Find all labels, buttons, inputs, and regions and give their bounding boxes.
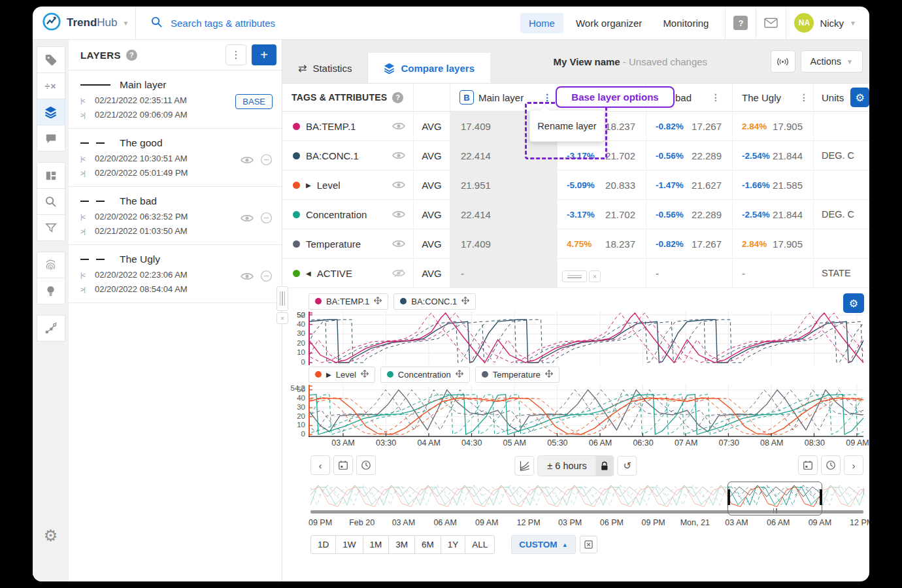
settings-gear-icon[interactable]: ⚙ bbox=[44, 527, 58, 545]
statistic-cell[interactable]: AVG bbox=[413, 141, 450, 170]
table-resize-grip[interactable]: × bbox=[562, 270, 601, 282]
move-icon[interactable] bbox=[361, 370, 369, 380]
rail-button-dashboard[interactable] bbox=[37, 162, 65, 189]
layer-item-the-bad[interactable]: The bad|<02/20/2022 06:32:52 PM>|02/21/2… bbox=[69, 187, 282, 245]
eye-icon[interactable] bbox=[392, 210, 405, 219]
rail-button-formulas[interactable]: ÷× bbox=[37, 73, 65, 99]
eye-icon[interactable] bbox=[392, 151, 405, 160]
layer-item-the-ugly[interactable]: The Ugly|<02/20/2022 02:23:06 AM>|02/20/… bbox=[69, 245, 282, 303]
rail-button-comment[interactable] bbox=[37, 125, 65, 152]
move-icon[interactable] bbox=[545, 370, 553, 380]
rail-button-layers[interactable] bbox=[37, 99, 65, 125]
chart1-canvas[interactable] bbox=[309, 312, 863, 365]
vertical-grip-icon[interactable] bbox=[276, 286, 288, 311]
zoom-preset-6m[interactable]: 6M bbox=[414, 535, 441, 554]
statistic-cell[interactable]: AVG bbox=[413, 112, 450, 140]
start-date-picker-button[interactable] bbox=[333, 455, 353, 475]
layers-menu-button[interactable]: ⋮ bbox=[226, 44, 246, 65]
nav-item-work-organizer[interactable]: Work organizer bbox=[567, 13, 650, 33]
user-menu[interactable]: NA Nicky ▼ bbox=[794, 13, 856, 33]
lock-icon[interactable] bbox=[596, 456, 614, 476]
panel-resize-grip[interactable]: × bbox=[276, 286, 288, 324]
zoom-preset-1w[interactable]: 1W bbox=[335, 535, 363, 554]
eye-icon[interactable] bbox=[241, 155, 254, 167]
search-input[interactable] bbox=[169, 17, 381, 29]
statistic-cell[interactable]: AVG bbox=[413, 171, 450, 199]
selection-grip[interactable] bbox=[773, 508, 777, 514]
close-split-icon[interactable]: × bbox=[589, 270, 601, 282]
tab-statistics[interactable]: ⇄ Statistics bbox=[282, 53, 367, 83]
time-range-control[interactable]: ± 6 hours bbox=[537, 455, 614, 476]
legend-chip-ba-conc-1[interactable]: BA:CONC.1 bbox=[393, 293, 476, 310]
eye-icon[interactable] bbox=[392, 180, 405, 189]
rail-button-recommendations[interactable] bbox=[37, 278, 65, 304]
legend-chip-level[interactable]: ▶Level bbox=[309, 367, 375, 383]
move-icon[interactable] bbox=[456, 370, 463, 380]
zoom-preset-3m[interactable]: 3M bbox=[388, 535, 415, 554]
layer-item-main-layer[interactable]: Main layer|<02/21/2022 02:35:11 AM>|02/2… bbox=[69, 71, 282, 129]
legend-chip-concentration[interactable]: Concentration bbox=[380, 367, 470, 383]
actions-button[interactable]: Actions▼ bbox=[801, 50, 863, 73]
history-button[interactable]: ↺ bbox=[618, 456, 637, 476]
statistic-cell[interactable]: AVG bbox=[413, 259, 450, 287]
close-panel-icon[interactable]: × bbox=[276, 312, 288, 324]
start-time-picker-button[interactable] bbox=[356, 455, 376, 475]
nav-item-home[interactable]: Home bbox=[520, 13, 563, 33]
selection-left-handle[interactable] bbox=[727, 489, 730, 505]
rename-layer-menu-item[interactable]: Rename layer bbox=[529, 110, 605, 142]
layer-item-the-good[interactable]: The good|<02/20/2022 10:30:51 AM>|02/20/… bbox=[69, 129, 282, 187]
add-layer-button[interactable]: + bbox=[252, 44, 276, 65]
trend-compare-button[interactable] bbox=[514, 456, 534, 476]
custom-range-button[interactable]: CUSTOM▲ bbox=[511, 535, 575, 554]
move-icon[interactable] bbox=[374, 297, 382, 306]
end-date-picker-button[interactable] bbox=[798, 455, 818, 475]
remove-layer-icon[interactable] bbox=[260, 154, 273, 169]
selection-right-handle[interactable] bbox=[820, 489, 822, 505]
move-icon[interactable] bbox=[461, 297, 469, 306]
zoom-preset-all[interactable]: ALL bbox=[465, 535, 495, 554]
collapse-range-button[interactable] bbox=[580, 536, 597, 553]
remove-layer-icon[interactable] bbox=[260, 212, 273, 227]
mail-icon[interactable] bbox=[764, 18, 778, 28]
end-time-picker-button[interactable] bbox=[821, 455, 841, 475]
rail-button-node-graph[interactable] bbox=[37, 315, 65, 342]
tags-help-icon[interactable]: ? bbox=[392, 92, 403, 103]
main-layer-menu-icon[interactable]: ⋮ bbox=[540, 92, 554, 103]
table-row[interactable]: ConcentrationAVG22.414-3.17%21.702-0.56%… bbox=[282, 200, 869, 229]
eye-icon[interactable] bbox=[392, 122, 405, 131]
table-row[interactable]: ▶LevelAVG21.951-5.09%20.833-1.47%21.627-… bbox=[282, 171, 869, 200]
nav-item-monitoring[interactable]: Monitoring bbox=[654, 13, 717, 33]
table-settings-gear-icon[interactable]: ⚙ bbox=[850, 88, 869, 107]
brand-chevron-down-icon[interactable]: ▼ bbox=[122, 20, 129, 27]
zoom-preset-1m[interactable]: 1M bbox=[363, 535, 390, 554]
horizontal-grip-icon[interactable] bbox=[562, 270, 587, 282]
rail-button-search-data[interactable] bbox=[37, 188, 65, 215]
tab-compare-layers[interactable]: Compare layers bbox=[367, 53, 490, 83]
remove-layer-icon[interactable] bbox=[260, 270, 273, 285]
eye-slash-icon[interactable] bbox=[392, 269, 405, 278]
table-row[interactable]: TemperatureAVG17.4094.75%18.237-0.82%17.… bbox=[282, 229, 869, 259]
statistic-cell[interactable]: AVG bbox=[413, 200, 450, 229]
zoom-preset-1d[interactable]: 1D bbox=[310, 535, 336, 554]
legend-chip-temperature[interactable]: Temperature bbox=[475, 367, 560, 383]
statistic-cell[interactable]: AVG bbox=[413, 229, 450, 258]
chart-settings-gear-icon[interactable]: ⚙ bbox=[843, 293, 864, 313]
help-icon[interactable]: ? bbox=[733, 16, 748, 30]
eye-icon[interactable] bbox=[241, 214, 254, 225]
layers-help-icon[interactable]: ? bbox=[126, 50, 137, 61]
base-badge[interactable]: BASE bbox=[235, 94, 273, 109]
live-broadcast-button[interactable] bbox=[771, 50, 795, 73]
pan-left-button[interactable]: ‹ bbox=[310, 455, 330, 475]
eye-icon[interactable] bbox=[241, 272, 254, 284]
legend-chip-ba-temp-1[interactable]: BA:TEMP.1 bbox=[309, 293, 388, 310]
eye-icon[interactable] bbox=[392, 239, 405, 248]
rail-button-tag[interactable] bbox=[37, 46, 65, 73]
brand[interactable]: TrendHub ▼ bbox=[33, 7, 136, 39]
the-ugly-menu-icon[interactable]: ⋮ bbox=[797, 92, 811, 103]
pan-right-button[interactable]: › bbox=[844, 455, 863, 475]
the-bad-menu-icon[interactable]: ⋮ bbox=[709, 92, 723, 103]
chart2-canvas[interactable] bbox=[309, 385, 863, 437]
rail-button-filter[interactable] bbox=[37, 214, 65, 241]
context-selection-window[interactable] bbox=[727, 482, 822, 515]
rail-button-fingerprint[interactable] bbox=[37, 252, 65, 278]
